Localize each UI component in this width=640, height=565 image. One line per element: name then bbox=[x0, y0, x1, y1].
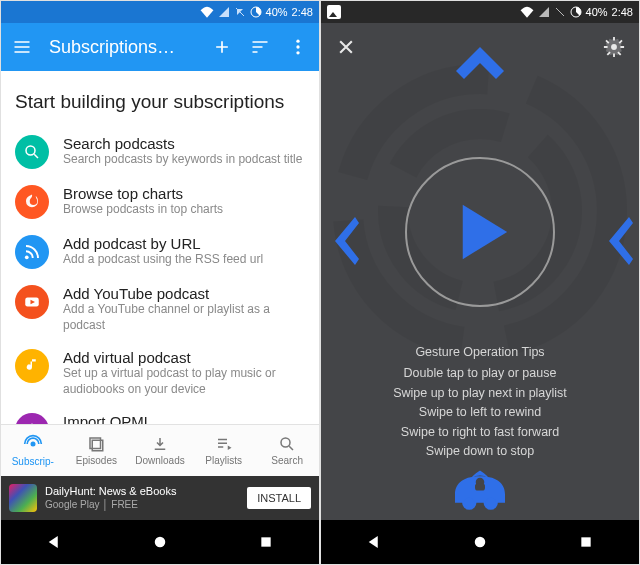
clock-text: 2:48 bbox=[292, 6, 313, 18]
screenshot-icon bbox=[327, 5, 341, 19]
home-button[interactable] bbox=[460, 527, 500, 557]
rss-icon bbox=[15, 235, 49, 269]
phone-right: 40% 2:48 Gesture Operation Tips Double t… bbox=[320, 0, 640, 565]
tab-episodes[interactable]: Episodes bbox=[65, 425, 129, 476]
tab-search[interactable]: Search bbox=[255, 425, 319, 476]
item-title: Browse top charts bbox=[63, 185, 223, 202]
clock-text: 2:48 bbox=[612, 6, 633, 18]
back-button[interactable] bbox=[354, 527, 394, 557]
gear-icon[interactable] bbox=[603, 36, 625, 58]
battery-icon bbox=[570, 6, 582, 18]
tip-line: Double tap to play or pause bbox=[321, 364, 639, 383]
wifi-icon bbox=[200, 6, 214, 18]
svg-point-4 bbox=[26, 146, 35, 155]
tip-line: Swipe to right to fast forward bbox=[321, 423, 639, 442]
signal-icon bbox=[218, 6, 230, 18]
recents-button[interactable] bbox=[566, 527, 606, 557]
battery-icon bbox=[250, 6, 262, 18]
back-button[interactable] bbox=[34, 527, 74, 557]
item-title: Add virtual podcast bbox=[63, 349, 305, 366]
item-sub: Browse podcasts in top charts bbox=[63, 202, 223, 218]
list-item[interactable]: Search podcastsSearch podcasts by keywor… bbox=[15, 127, 305, 177]
gesture-tips: Gesture Operation Tips Double tap to pla… bbox=[321, 343, 639, 461]
fire-icon bbox=[15, 185, 49, 219]
svg-point-5 bbox=[25, 255, 29, 259]
svg-point-21 bbox=[475, 537, 486, 548]
sort-icon[interactable] bbox=[249, 36, 271, 58]
ad-title: DailyHunt: News & eBooks bbox=[45, 485, 239, 498]
svg-rect-12 bbox=[261, 537, 270, 546]
svg-point-3 bbox=[296, 51, 299, 54]
player-body[interactable]: Gesture Operation Tips Double tap to pla… bbox=[321, 71, 639, 520]
svg-rect-22 bbox=[581, 537, 590, 546]
item-sub: Set up a virtual podcast to play music o… bbox=[63, 366, 305, 397]
item-sub: Add a podcast using the RSS feed url bbox=[63, 252, 263, 268]
android-nav bbox=[321, 520, 639, 564]
swipe-right-icon[interactable] bbox=[601, 213, 633, 273]
tip-line: Swipe to left to rewind bbox=[321, 403, 639, 422]
recents-button[interactable] bbox=[246, 527, 286, 557]
app-bar: Subscriptions… bbox=[1, 23, 319, 71]
tab-subscriptions[interactable]: Subscrip- bbox=[1, 425, 65, 476]
ad-banner[interactable]: DailyHunt: News & eBooksGoogle Play │ FR… bbox=[1, 476, 319, 520]
content: Start building your subscriptions Search… bbox=[1, 71, 319, 455]
ad-app-icon bbox=[9, 484, 37, 512]
tab-label: Subscrip- bbox=[12, 456, 54, 467]
battery-text: 40% bbox=[586, 6, 608, 18]
add-icon[interactable] bbox=[211, 36, 233, 58]
car-mode-icon[interactable] bbox=[444, 462, 516, 516]
status-bar: 40% 2:48 bbox=[321, 1, 639, 23]
tip-line: Swipe down to stop bbox=[321, 442, 639, 461]
svg-point-1 bbox=[296, 40, 299, 43]
install-button[interactable]: INSTALL bbox=[247, 487, 311, 509]
svg-point-11 bbox=[155, 537, 166, 548]
tab-label: Episodes bbox=[76, 455, 117, 466]
home-button[interactable] bbox=[140, 527, 180, 557]
svg-point-18 bbox=[486, 498, 496, 508]
data-off-icon bbox=[234, 6, 246, 18]
bottom-nav: Subscrip- Episodes Downloads Playlists S… bbox=[1, 424, 319, 476]
play-button[interactable] bbox=[405, 157, 555, 307]
list-item[interactable]: Browse top chartsBrowse podcasts in top … bbox=[15, 177, 305, 227]
close-icon[interactable] bbox=[335, 36, 357, 58]
wifi-icon bbox=[520, 6, 534, 18]
list-item[interactable]: Add virtual podcastSet up a virtual podc… bbox=[15, 341, 305, 405]
android-nav bbox=[1, 520, 319, 564]
menu-icon[interactable] bbox=[11, 36, 33, 58]
appbar-title: Subscriptions… bbox=[49, 37, 195, 58]
svg-point-17 bbox=[464, 498, 474, 508]
phone-left: 40% 2:48 Subscriptions… Start building y… bbox=[0, 0, 320, 565]
list-item[interactable]: Add YouTube podcastAdd a YouTube channel… bbox=[15, 277, 305, 341]
item-title: Add podcast by URL bbox=[63, 235, 263, 252]
tab-label: Downloads bbox=[135, 455, 184, 466]
tab-label: Playlists bbox=[205, 455, 242, 466]
status-bar: 40% 2:48 bbox=[1, 1, 319, 23]
battery-text: 40% bbox=[266, 6, 288, 18]
ad-sub: Google Play │ FREE bbox=[45, 499, 239, 511]
item-title: Add YouTube podcast bbox=[63, 285, 305, 302]
tab-downloads[interactable]: Downloads bbox=[128, 425, 192, 476]
tab-playlists[interactable]: Playlists bbox=[192, 425, 256, 476]
search-icon bbox=[15, 135, 49, 169]
svg-rect-20 bbox=[475, 483, 485, 490]
swipe-up-icon[interactable] bbox=[452, 43, 508, 87]
tab-label: Search bbox=[271, 455, 303, 466]
music-note-icon bbox=[15, 349, 49, 383]
tip-line: Swipe up to play next in playlist bbox=[321, 384, 639, 403]
svg-point-2 bbox=[296, 45, 299, 48]
list-item[interactable]: Add podcast by URLAdd a podcast using th… bbox=[15, 227, 305, 277]
youtube-icon bbox=[15, 285, 49, 319]
svg-point-7 bbox=[30, 442, 35, 447]
item-sub: Add a YouTube channel or playlist as a p… bbox=[63, 302, 305, 333]
page-heading: Start building your subscriptions bbox=[15, 91, 305, 113]
signal-icon bbox=[538, 6, 550, 18]
swipe-left-icon[interactable] bbox=[327, 213, 359, 273]
item-sub: Search podcasts by keywords in podcast t… bbox=[63, 152, 302, 168]
svg-point-10 bbox=[281, 438, 290, 447]
data-off-icon bbox=[554, 6, 566, 18]
tips-title: Gesture Operation Tips bbox=[321, 343, 639, 362]
item-title: Search podcasts bbox=[63, 135, 302, 152]
more-icon[interactable] bbox=[287, 36, 309, 58]
